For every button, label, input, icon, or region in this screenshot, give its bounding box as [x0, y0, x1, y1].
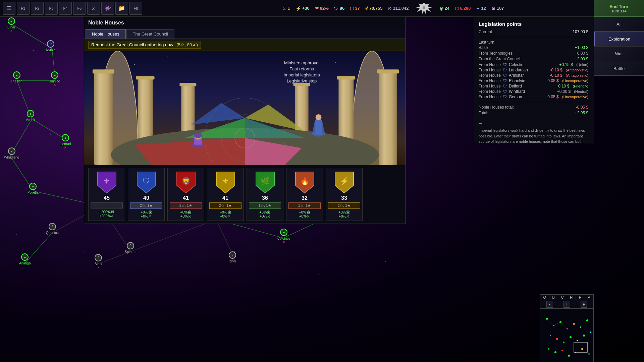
- minimap-btn-h[interactable]: H: [567, 295, 576, 300]
- svg-point-71: [556, 338, 558, 340]
- resource-health: ❤ 92%: [315, 6, 329, 11]
- turn-label: Turn 114: [611, 9, 626, 13]
- noble-stat1-5: +0%🏛: [249, 210, 281, 214]
- minimap-btn-o[interactable]: O: [540, 295, 549, 300]
- node-circle-ichor: ?: [229, 251, 236, 259]
- map-node-vesek[interactable]: ● Vesek: [26, 110, 35, 122]
- morale-value: 1: [287, 6, 290, 11]
- noble-shield-7: ⚡: [333, 170, 355, 194]
- tab-noble-houses[interactable]: Noble Houses: [86, 29, 126, 39]
- credits-icon: ₡: [365, 6, 368, 11]
- node-label-vesek: Vesek: [26, 118, 35, 122]
- tab-great-council[interactable]: The Great Council: [126, 29, 175, 39]
- minimap-btn-a[interactable]: A: [585, 295, 594, 300]
- map-node-binar[interactable]: ● Binar X: [7, 17, 15, 33]
- noble-score-1: 45: [104, 195, 110, 201]
- minimap-zoom-in[interactable]: +: [564, 301, 570, 308]
- sidebar-exploration-btn[interactable]: Exploration: [594, 32, 644, 46]
- noble-card-2[interactable]: 🛡 40 2☆, 1★ +0%🏛 +0%⚔: [128, 168, 165, 221]
- council-scene: Ministers approval Fast reforms Imperial…: [84, 51, 406, 165]
- minimap-zoom-out[interactable]: -: [546, 301, 553, 308]
- node-circle-spinrad: ?: [127, 242, 134, 249]
- svg-rect-35: [136, 76, 155, 79]
- minimap-btn-r[interactable]: R: [576, 295, 585, 300]
- map-node-lienrad[interactable]: ● Lienrad X: [60, 134, 71, 149]
- svg-point-22: [285, 57, 285, 58]
- map-node-nythia[interactable]: ? Nythia: [46, 40, 55, 52]
- f3-btn[interactable]: F3: [45, 2, 58, 15]
- svg-point-70: [550, 335, 551, 336]
- menu-icon[interactable]: ☰: [3, 2, 15, 15]
- icon-folder[interactable]: 📁: [115, 2, 128, 15]
- minimap-btn-b[interactable]: B: [549, 295, 558, 300]
- map-node-ichor[interactable]: ? Ichor: [229, 251, 236, 263]
- noble-card-6[interactable]: 🔥 32 1☆, 1★ +0%🏛 +0%⚔: [286, 168, 323, 221]
- sidebar-battle-btn[interactable]: Battle: [594, 61, 644, 76]
- node-label-whadleng: Whadleng: [4, 156, 19, 159]
- armistar-status: (Antagonistic): [566, 73, 588, 77]
- f2-btn[interactable]: F2: [31, 2, 44, 15]
- end-turn-label: End Turn: [609, 4, 628, 9]
- shields-value: 86: [340, 6, 344, 11]
- node-label-ichor: Ichor: [229, 259, 236, 263]
- map-node-querkus[interactable]: ? Querkus: [46, 223, 59, 235]
- map-node-spinrad[interactable]: ? Spinrad: [125, 242, 136, 254]
- svg-point-16: [423, 6, 425, 9]
- minimap-btn-c[interactable]: C: [558, 295, 567, 300]
- map-node-coloinov[interactable]: ● Coloinov X: [277, 229, 290, 244]
- noble-card-5[interactable]: 🌿 36 1☆, 1★ +0%🏛 +0%⚔: [247, 168, 283, 221]
- f5-btn[interactable]: F5: [73, 2, 86, 15]
- svg-text:Fast reforms: Fast reforms: [289, 66, 314, 71]
- minerals-icon: ⬡: [350, 6, 354, 11]
- svg-text:🔥: 🔥: [300, 177, 309, 186]
- icon-sword[interactable]: ⚔: [87, 2, 100, 15]
- noble-card-7[interactable]: ⚡ 33 2☆, 1★ +0%🏛 +0%⚔: [326, 168, 363, 221]
- landurcan-status: (Antagonistic): [566, 68, 588, 72]
- info-current-value: 107.90 $: [573, 29, 588, 34]
- minimap[interactable]: [540, 308, 594, 362]
- noble-card-4[interactable]: ⚜ 41 2☆, 1★ +0%🏛 +0%⚔: [207, 168, 244, 221]
- map-node-blork[interactable]: ? Blork X: [95, 254, 102, 269]
- node-label-polietia: Polietia: [28, 191, 39, 194]
- council-request-button[interactable]: Request the Great Council gathering now …: [88, 41, 201, 49]
- map-node-anaugh[interactable]: ● Anaugh: [19, 253, 31, 265]
- node-circle-anaugh: ●: [21, 253, 29, 261]
- icon-f8[interactable]: F8: [129, 2, 142, 15]
- info-base-label: Base: [479, 45, 488, 50]
- svg-rect-39: [377, 69, 399, 73]
- sidebar-all-btn[interactable]: All: [594, 17, 644, 32]
- node-x-blork: X: [97, 266, 99, 269]
- end-turn-button[interactable]: End Turn Turn 114: [594, 0, 644, 17]
- armistar-value: -0.10 $: [550, 73, 562, 78]
- minimap-pin[interactable]: P: [581, 301, 587, 308]
- noble-shield-6: 🔥: [294, 170, 316, 194]
- winthard-status: (Neutral): [574, 89, 588, 94]
- svg-rect-33: [379, 71, 397, 165]
- svg-rect-38: [337, 76, 355, 79]
- info-council-value: +2.00 $: [575, 57, 588, 61]
- noble-card-3[interactable]: 🦁 41 2☆, 1★ +0%🏛 +0%⚔: [167, 168, 204, 221]
- svg-rect-36: [179, 83, 196, 86]
- node-circle-vesek: ●: [27, 110, 34, 117]
- house-row-winthard: From House 🛡 Winthard +0.00 $ (Neutral): [479, 89, 588, 94]
- icon-alien[interactable]: 👾: [101, 2, 114, 15]
- svg-text:⚡: ⚡: [339, 177, 349, 186]
- noble-stat2-1: +200%⚔: [91, 214, 123, 218]
- delford-status: (Friendly): [573, 84, 588, 88]
- svg-text:🛡: 🛡: [143, 177, 150, 185]
- f4-btn[interactable]: F4: [59, 2, 72, 15]
- info-tech-row: From Technologies +0.00 $: [479, 51, 588, 56]
- map-node-whadleng[interactable]: ● Whadleng: [4, 147, 19, 159]
- house-row-armistar: From House 🛡 Armistar -0.10 $ (Antagonis…: [479, 73, 588, 78]
- noble-card-1[interactable]: ⚜ 45 - +200%🏛 +200%⚔: [88, 168, 125, 221]
- resource-science: ⚙ 107: [491, 6, 504, 11]
- map-node-polietia[interactable]: ● Polietia: [28, 183, 39, 194]
- research-value: 111,042: [393, 6, 409, 11]
- noble-stat1-2: +0%🏛: [130, 210, 162, 214]
- sidebar-war-btn[interactable]: War: [594, 46, 644, 61]
- noble-stat1-4: +0%🏛: [209, 210, 241, 214]
- map-node-tinnlad[interactable]: ● Tinnlad X: [49, 71, 60, 86]
- population-value: 24: [444, 6, 449, 11]
- map-node-thellion[interactable]: ● Thellion: [11, 71, 22, 83]
- f1-btn[interactable]: F1: [17, 2, 30, 15]
